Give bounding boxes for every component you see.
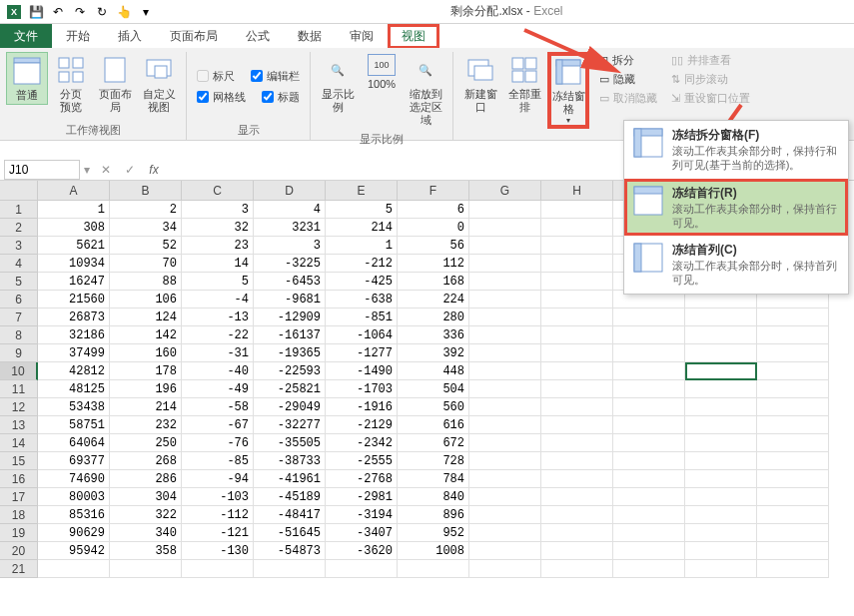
cell[interactable] — [685, 308, 757, 326]
cell[interactable]: 5 — [182, 273, 254, 291]
cell[interactable]: -94 — [182, 470, 254, 488]
cell[interactable]: -1490 — [326, 362, 398, 380]
cell[interactable]: -67 — [182, 416, 254, 434]
cell[interactable]: -2768 — [326, 470, 398, 488]
cell[interactable]: 21560 — [38, 291, 110, 308]
cell[interactable]: 178 — [110, 362, 182, 380]
cell[interactable]: 3 — [182, 201, 254, 219]
cell[interactable]: -76 — [182, 434, 254, 452]
cell[interactable] — [613, 344, 685, 362]
touch-mode-icon[interactable]: 👆 — [114, 2, 134, 22]
cell[interactable]: 0 — [398, 219, 469, 237]
cell[interactable]: -1703 — [326, 380, 398, 398]
cell[interactable]: -3225 — [254, 255, 326, 273]
cell[interactable]: -1064 — [326, 326, 398, 344]
cell[interactable]: -19365 — [254, 344, 326, 362]
cell[interactable] — [613, 488, 685, 506]
redo-icon[interactable]: ↷ — [70, 2, 90, 22]
row-header[interactable]: 7 — [0, 308, 38, 326]
cell[interactable]: -212 — [326, 255, 398, 273]
cell[interactable] — [613, 362, 685, 380]
cell[interactable] — [757, 398, 829, 416]
cell[interactable]: -2342 — [326, 434, 398, 452]
cell[interactable]: 196 — [110, 380, 182, 398]
cell[interactable]: -51645 — [254, 524, 326, 542]
freeze-first-col-item[interactable]: 冻结首列(C) 滚动工作表其余部分时，保持首列可见。 — [624, 236, 848, 294]
tab-insert[interactable]: 插入 — [104, 24, 156, 49]
cell[interactable] — [541, 470, 613, 488]
cell[interactable]: 58751 — [38, 416, 110, 434]
cell[interactable]: -22593 — [254, 362, 326, 380]
ruler-checkbox[interactable]: 标尺 — [193, 68, 239, 85]
cell[interactable]: 90629 — [38, 524, 110, 542]
cell[interactable]: -40 — [182, 362, 254, 380]
cell[interactable] — [541, 398, 613, 416]
cell[interactable] — [469, 560, 541, 578]
row-header[interactable]: 21 — [0, 560, 38, 578]
row-header[interactable]: 3 — [0, 237, 38, 255]
cell[interactable] — [469, 506, 541, 524]
cell[interactable] — [613, 380, 685, 398]
zoom-100-button[interactable]: 100 100% — [361, 52, 403, 93]
cell[interactable] — [613, 326, 685, 344]
cell[interactable]: 14 — [182, 255, 254, 273]
cell[interactable]: 250 — [110, 434, 182, 452]
cell[interactable] — [469, 219, 541, 237]
cell[interactable]: 1008 — [398, 542, 469, 560]
cell[interactable]: 952 — [398, 524, 469, 542]
cell[interactable]: 1 — [326, 237, 398, 255]
cell[interactable] — [757, 560, 829, 578]
cell[interactable]: -41961 — [254, 470, 326, 488]
cell[interactable] — [757, 308, 829, 326]
formula-bar-checkbox[interactable]: 编辑栏 — [247, 68, 304, 85]
cell[interactable] — [613, 470, 685, 488]
cell[interactable]: 268 — [110, 452, 182, 470]
cell[interactable]: 560 — [398, 398, 469, 416]
cell[interactable] — [541, 416, 613, 434]
cell[interactable] — [541, 488, 613, 506]
row-header[interactable]: 17 — [0, 488, 38, 506]
cell[interactable] — [38, 560, 110, 578]
cell[interactable] — [398, 560, 469, 578]
cell[interactable]: -12909 — [254, 308, 326, 326]
cell[interactable] — [469, 291, 541, 308]
cell[interactable]: -2555 — [326, 452, 398, 470]
cell[interactable] — [757, 380, 829, 398]
unhide-button[interactable]: ▭取消隐藏 — [595, 90, 661, 107]
cell[interactable] — [685, 560, 757, 578]
col-header[interactable]: C — [182, 181, 254, 201]
cell[interactable] — [685, 362, 757, 380]
cell[interactable]: -9681 — [254, 291, 326, 308]
cell[interactable] — [685, 344, 757, 362]
select-all-corner[interactable] — [0, 181, 38, 201]
row-headers[interactable]: 123456789101112131415161718192021 — [0, 201, 38, 578]
tab-home[interactable]: 开始 — [52, 24, 104, 49]
row-header[interactable]: 16 — [0, 470, 38, 488]
row-header[interactable]: 20 — [0, 542, 38, 560]
row-header[interactable]: 11 — [0, 380, 38, 398]
hide-button[interactable]: ▭隐藏 — [595, 71, 661, 88]
cell[interactable] — [469, 344, 541, 362]
cell[interactable] — [469, 524, 541, 542]
cell[interactable] — [469, 416, 541, 434]
cell[interactable]: -45189 — [254, 488, 326, 506]
cell[interactable]: 1 — [38, 201, 110, 219]
split-button[interactable]: ⊞拆分 — [595, 52, 661, 69]
sync-scroll-button[interactable]: ⇅同步滚动 — [667, 71, 754, 88]
cell[interactable]: -425 — [326, 273, 398, 291]
cell[interactable]: 4 — [254, 201, 326, 219]
cell[interactable]: 286 — [110, 470, 182, 488]
cell[interactable]: 3 — [254, 237, 326, 255]
cell[interactable] — [757, 542, 829, 560]
cell[interactable] — [254, 560, 326, 578]
cell[interactable]: -32277 — [254, 416, 326, 434]
cell[interactable]: 69377 — [38, 452, 110, 470]
cell[interactable] — [613, 416, 685, 434]
cell[interactable] — [685, 416, 757, 434]
row-header[interactable]: 4 — [0, 255, 38, 273]
cell[interactable]: 358 — [110, 542, 182, 560]
cell[interactable]: -851 — [326, 308, 398, 326]
cell[interactable] — [541, 237, 613, 255]
cell[interactable]: 56 — [398, 237, 469, 255]
cell[interactable]: 26873 — [38, 308, 110, 326]
